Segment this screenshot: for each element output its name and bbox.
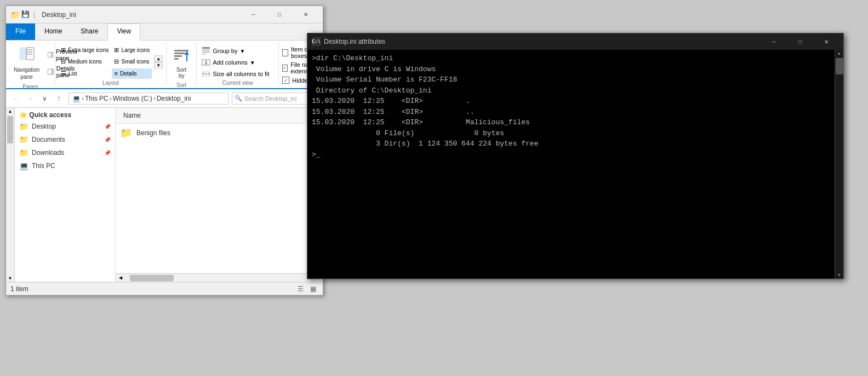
size-all-columns-button[interactable]: Size all columns to fit (200, 69, 275, 79)
folder-icon: 📁 (120, 127, 132, 139)
scroll-up-arrow[interactable]: ▲ (6, 108, 14, 115)
folder-icon: 📁 (10, 10, 19, 19)
title-bar-controls: ─ □ ✕ (241, 6, 318, 24)
cmd-scroll-up[interactable]: ▲ (835, 50, 843, 57)
dropdown-button[interactable]: ∨ (38, 92, 51, 105)
add-columns-button[interactable]: + Add columns ▼ (200, 57, 275, 67)
small-icons-btn[interactable]: ⊟ Small icons (112, 56, 152, 67)
ribbon-content: Navigation pane Preview pane Details pan… (6, 40, 323, 89)
svg-rect-15 (202, 49, 210, 51)
cmd-line-8: 15.03.2020 12:25 <DIR> .. (312, 107, 839, 118)
sort-by-button[interactable]: Sort by (168, 45, 195, 81)
horizontal-scrollbar[interactable]: ◀ (116, 273, 314, 282)
ribbon-current-view-group: Group by ▼ + Add columns ▼ Size all colu… (197, 43, 279, 86)
cmd-prompt: >_ (312, 149, 839, 160)
cmd-line-2: Volume in drive C is Windows (312, 64, 839, 75)
navigation-pane-button[interactable]: Navigation pane (9, 45, 44, 83)
layout-scroll-up[interactable]: ▲ (154, 55, 163, 62)
svg-rect-12 (174, 58, 179, 60)
cmd-scroll-down[interactable]: ▼ (835, 271, 843, 279)
ribbon-panes-group: Navigation pane Preview pane Details pan… (6, 43, 55, 86)
status-bar: 1 item ☰ ▦ (6, 282, 323, 295)
folder-icon: 📁 (19, 122, 28, 131)
search-box[interactable]: 🔍 Search Desktop_ini (232, 92, 319, 105)
tab-home[interactable]: Home (35, 24, 71, 41)
svg-rect-3 (27, 51, 32, 53)
file-item-benign-files[interactable]: 📁 Benign files (116, 124, 323, 142)
main-content: ▲ ▼ ⭐ Quick access 📁 Desktop 📌 (6, 108, 323, 282)
medium-icons-btn[interactable]: ⊟ Medium icons (59, 56, 111, 67)
sidebar-scroll-bar[interactable]: ▲ ▼ (6, 108, 15, 282)
cmd-line-10: 0 File(s) 0 bytes (312, 128, 839, 139)
svg-rect-5 (48, 52, 52, 57)
close-button[interactable]: ✕ (293, 6, 318, 24)
svg-rect-8 (52, 69, 54, 74)
cmd-scrollbar[interactable]: ▲ ▼ (835, 50, 843, 279)
sidebar-item-documents[interactable]: 📁 Documents 📌 (15, 133, 115, 146)
minimize-button[interactable]: ─ (241, 6, 266, 24)
layout-scroll-down[interactable]: ▼ (154, 62, 163, 68)
large-icons-btn[interactable]: ⊞ Large icons (112, 45, 152, 55)
list-btn[interactable]: ☰ List (59, 68, 111, 79)
explorer-title-bar: 📁 💾 | Desktop_ini ─ □ ✕ (6, 6, 323, 24)
sidebar: ▲ ▼ ⭐ Quick access 📁 Desktop 📌 (6, 108, 116, 282)
quick-access-header: ⭐ Quick access (15, 108, 115, 120)
cmd-line-3: Volume Serial Number is F23C-FF18 (312, 74, 839, 85)
address-bar: ← → ∨ ↑ 💻 › This PC › Windows (C:) › Des… (6, 89, 323, 108)
forward-button[interactable]: → (24, 92, 37, 105)
tab-share[interactable]: Share (71, 24, 107, 41)
cmd-line-7: 15.03.2020 12:25 <DIR> . (312, 96, 839, 107)
folder-icon: 📁 (19, 148, 28, 157)
h-scroll-thumb[interactable] (130, 275, 174, 281)
up-button[interactable]: ↑ (52, 92, 65, 105)
cmd-scroll-thumb[interactable] (836, 58, 843, 74)
cmd-line-5: Directory of C:\Desktop_ini (312, 85, 839, 96)
svg-rect-17 (202, 54, 205, 55)
svg-rect-2 (27, 49, 32, 50)
tab-view[interactable]: View (107, 24, 140, 41)
svg-rect-14 (202, 47, 210, 49)
cmd-icon: C:\ (312, 37, 321, 46)
cmd-window: C:\ Desktop.ini attributes ─ □ ✕ >dir C:… (307, 33, 844, 279)
save-icon: 💾 (21, 10, 30, 19)
sidebar-item-this-pc[interactable]: 💻 This PC (15, 159, 115, 172)
folder-icon: 📁 (19, 135, 28, 144)
group-by-button[interactable]: Group by ▼ (200, 46, 275, 56)
list-view-toggle[interactable]: ☰ (295, 284, 306, 294)
svg-rect-16 (202, 51, 210, 53)
name-column-header[interactable]: Name (120, 110, 313, 121)
layout-scroll: ▲ ▼ (154, 45, 163, 79)
cmd-line-11: 3 Dir(s) 1 124 350 644 224 bytes free (312, 138, 839, 149)
cmd-title-bar: C:\ Desktop.ini attributes ─ □ ✕ (307, 33, 843, 50)
cmd-line-1: >dir C:\Desktop_ini (312, 53, 839, 64)
sidebar-item-downloads[interactable]: 📁 Downloads 📌 (15, 146, 115, 159)
svg-text:+: + (205, 61, 208, 66)
pc-icon: 💻 (19, 161, 28, 170)
file-list-header: Name ▲ (116, 108, 323, 124)
cmd-line-9: 15.03.2020 12:25 <DIR> Malicious_files (312, 117, 839, 128)
back-button[interactable]: ← (9, 92, 22, 105)
svg-rect-7 (48, 69, 52, 74)
cmd-close-button[interactable]: ✕ (814, 33, 839, 50)
cmd-maximize-button[interactable]: □ (787, 33, 813, 50)
ribbon-layout-group: ⊞ Extra large icons ⊞ Large icons ⊟ Medi… (55, 43, 167, 86)
scroll-down-arrow[interactable]: ▼ (6, 275, 14, 282)
scroll-thumb[interactable] (7, 116, 13, 143)
title-bar-icons: 📁 💾 | (10, 10, 36, 19)
sidebar-item-desktop[interactable]: 📁 Desktop 📌 (15, 120, 115, 133)
scroll-left-arrow[interactable]: ◀ (117, 275, 124, 280)
tab-file[interactable]: File (6, 24, 35, 41)
extra-large-icons-btn[interactable]: ⊞ Extra large icons (59, 45, 111, 55)
explorer-window: 📁 💾 | Desktop_ini ─ □ ✕ File Home Share … (5, 5, 323, 296)
details-btn[interactable]: ≡ Details (112, 68, 152, 79)
cmd-minimize-button[interactable]: ─ (761, 33, 786, 50)
item-count: 1 item (10, 285, 28, 293)
maximize-button[interactable]: □ (267, 6, 292, 24)
svg-rect-0 (20, 48, 26, 60)
address-path[interactable]: 💻 › This PC › Windows (C:) › Desktop_ini (68, 92, 229, 105)
details-view-toggle[interactable]: ▦ (308, 284, 318, 294)
cmd-title-text: Desktop.ini attributes (324, 38, 761, 45)
svg-rect-11 (174, 55, 182, 57)
file-list: Name ▲ 📁 Benign files ◀ ▲ ▼ (116, 108, 323, 282)
explorer-title: Desktop_ini (42, 11, 241, 19)
